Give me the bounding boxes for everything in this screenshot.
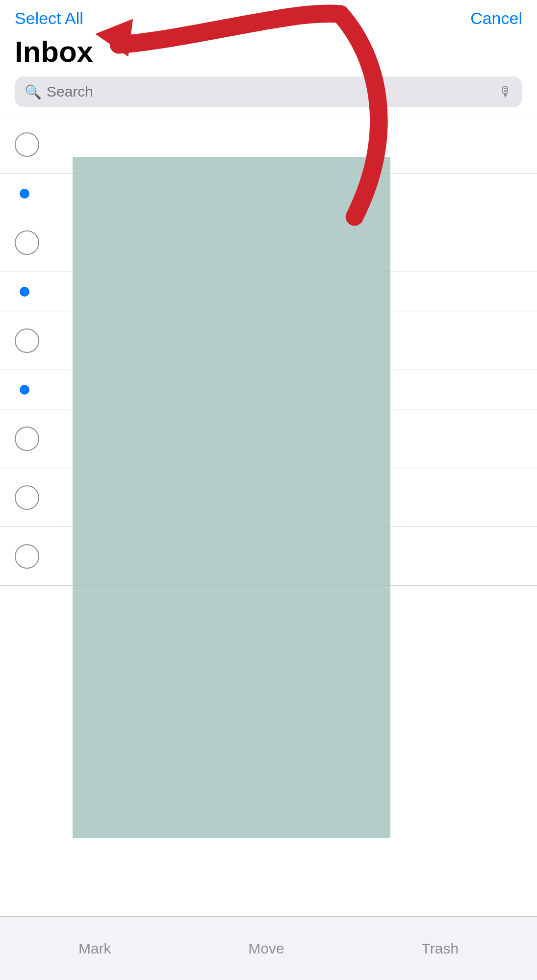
select-radio[interactable] [15,485,39,510]
search-input[interactable] [47,83,494,100]
trash-button[interactable]: Trash [422,940,459,957]
select-all-button[interactable]: Select All [15,9,83,28]
select-radio[interactable] [15,132,39,157]
blurred-content-area [73,157,390,838]
select-radio[interactable] [15,230,39,255]
cancel-button[interactable]: Cancel [470,9,522,28]
unread-dot [20,189,29,199]
select-radio[interactable] [15,427,39,451]
move-button[interactable]: Move [248,940,284,957]
header: Select All Cancel Inbox 🔍 🎙 [0,0,537,115]
mark-button[interactable]: Mark [78,940,111,957]
search-icon: 🔍 [25,84,42,100]
unread-dot [20,385,29,395]
microphone-icon: 🎙 [499,84,512,100]
search-bar: 🔍 🎙 [15,76,522,107]
select-radio[interactable] [15,544,39,569]
inbox-title: Inbox [15,33,522,76]
bottom-toolbar: Mark Move Trash [0,916,537,980]
header-top: Select All Cancel [15,9,522,33]
unread-dot [20,287,29,297]
search-bar-wrapper: 🔍 🎙 [15,76,522,115]
select-radio[interactable] [15,328,39,353]
